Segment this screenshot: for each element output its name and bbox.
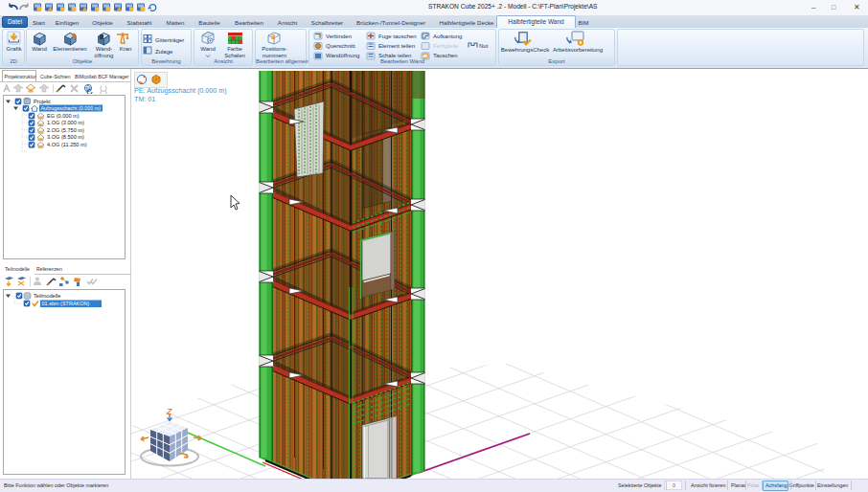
svg-text:2.OG (5.750 m): 2.OG (5.750 m) (47, 127, 84, 133)
svg-text:3: 3 (271, 33, 276, 41)
svg-text:Teilmodelle: Teilmodelle (34, 293, 60, 299)
svg-text:3.OG (8.500 m): 3.OG (8.500 m) (47, 134, 84, 140)
svg-text:4.OG (11.250 m): 4.OG (11.250 m) (47, 142, 87, 147)
svg-text:1.OG (3.000 m): 1.OG (3.000 m) (47, 120, 84, 125)
svg-text:01.sbm (STRAKON): 01.sbm (STRAKON) (42, 301, 90, 306)
svg-text:EG (0.000 m): EG (0.000 m) (47, 113, 80, 119)
svg-text:Projekt: Projekt (34, 99, 51, 104)
svg-text:Aufzugsschacht (0.000 m): Aufzugsschacht (0.000 m) (41, 105, 102, 111)
